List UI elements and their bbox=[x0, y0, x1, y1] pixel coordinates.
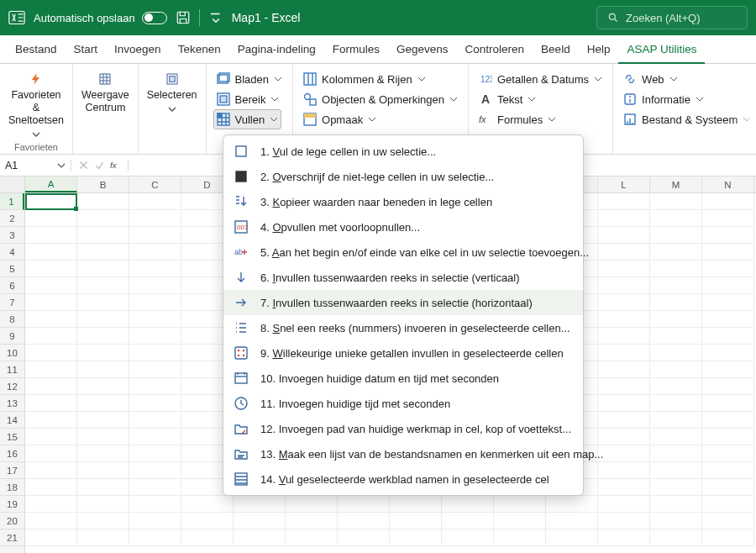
cell[interactable] bbox=[598, 378, 650, 395]
cell[interactable] bbox=[702, 529, 754, 546]
cell[interactable] bbox=[25, 378, 77, 395]
cell[interactable] bbox=[25, 445, 77, 462]
cell[interactable] bbox=[234, 496, 286, 513]
tab-pagina-indeling[interactable]: Pagina-indeling bbox=[229, 36, 324, 62]
tab-beeld[interactable]: Beeld bbox=[533, 36, 579, 62]
row-header[interactable]: 13 bbox=[0, 395, 24, 412]
cell[interactable] bbox=[129, 193, 181, 210]
cell[interactable] bbox=[286, 529, 338, 546]
column-header[interactable]: L bbox=[598, 176, 650, 192]
menu-item[interactable]: 2. Overschrijf de niet-lege cellen in uw… bbox=[223, 164, 583, 189]
cell[interactable] bbox=[598, 445, 650, 462]
cell[interactable] bbox=[494, 496, 546, 513]
cell[interactable] bbox=[129, 311, 181, 328]
menu-item[interactable]: 0074. Opvullen met voorloopnullen... bbox=[223, 214, 583, 240]
cell[interactable] bbox=[598, 193, 650, 210]
cell[interactable] bbox=[702, 193, 754, 210]
cell[interactable] bbox=[25, 429, 77, 445]
cell[interactable] bbox=[702, 361, 754, 378]
row-header[interactable]: 15 bbox=[0, 429, 24, 445]
cell[interactable] bbox=[77, 445, 129, 462]
cell[interactable] bbox=[25, 244, 77, 261]
autosave-toggle[interactable]: Automatisch opslaan bbox=[34, 12, 167, 24]
cell[interactable] bbox=[598, 345, 650, 361]
cell[interactable] bbox=[25, 395, 77, 412]
cell[interactable] bbox=[598, 529, 650, 546]
quick-access-dropdown-icon[interactable] bbox=[208, 10, 223, 25]
menu-item[interactable]: 6. Invullen tussenwaarden reeks in selec… bbox=[223, 265, 583, 290]
cell[interactable] bbox=[77, 395, 129, 412]
cell[interactable] bbox=[598, 395, 650, 412]
cell[interactable] bbox=[650, 311, 702, 328]
cell[interactable] bbox=[77, 210, 129, 227]
cell[interactable] bbox=[702, 445, 754, 462]
cell[interactable] bbox=[650, 529, 702, 546]
cell[interactable] bbox=[25, 277, 77, 294]
row-header[interactable]: 18 bbox=[0, 479, 24, 496]
cell[interactable] bbox=[129, 294, 181, 311]
cell[interactable] bbox=[25, 328, 77, 345]
cell[interactable] bbox=[494, 529, 546, 546]
tab-start[interactable]: Start bbox=[66, 36, 107, 62]
cell[interactable] bbox=[702, 345, 754, 361]
menu-item[interactable]: 3. Kopieer waarden naar beneden in lege … bbox=[223, 189, 583, 214]
cell[interactable] bbox=[181, 529, 234, 546]
column-header[interactable]: C bbox=[129, 176, 181, 192]
row-header[interactable]: 20 bbox=[0, 513, 24, 529]
cell[interactable] bbox=[702, 496, 754, 513]
cell[interactable] bbox=[77, 227, 129, 244]
cell[interactable] bbox=[129, 479, 181, 496]
cell[interactable] bbox=[702, 412, 754, 429]
cell[interactable] bbox=[77, 294, 129, 311]
cell[interactable] bbox=[494, 513, 546, 529]
cell[interactable] bbox=[77, 193, 129, 210]
cell[interactable] bbox=[650, 277, 702, 294]
cell[interactable] bbox=[77, 462, 129, 479]
cell[interactable] bbox=[25, 529, 77, 546]
tab-help[interactable]: Help bbox=[579, 36, 619, 62]
cell[interactable] bbox=[77, 378, 129, 395]
tekst-button[interactable]: A Tekst bbox=[475, 89, 539, 109]
menu-item[interactable]: 9. Willekeurige unieke getallen invullen… bbox=[223, 340, 583, 366]
cell[interactable] bbox=[650, 412, 702, 429]
cell[interactable] bbox=[129, 328, 181, 345]
cell[interactable] bbox=[702, 277, 754, 294]
getallen-datums-button[interactable]: 123 Getallen & Datums bbox=[475, 69, 606, 89]
cell[interactable] bbox=[129, 462, 181, 479]
cell[interactable] bbox=[598, 496, 650, 513]
cell[interactable] bbox=[77, 429, 129, 445]
cell[interactable] bbox=[77, 328, 129, 345]
name-box[interactable]: A1 bbox=[0, 160, 71, 171]
objecten-opmerkingen-button[interactable]: Objecten & Opmerkingen bbox=[300, 89, 461, 109]
cell[interactable] bbox=[77, 479, 129, 496]
cell[interactable] bbox=[702, 244, 754, 261]
cell[interactable] bbox=[77, 345, 129, 361]
cell[interactable] bbox=[442, 529, 494, 546]
row-header[interactable]: 7 bbox=[0, 294, 24, 311]
cell[interactable] bbox=[77, 412, 129, 429]
cell[interactable] bbox=[598, 244, 650, 261]
row-header[interactable]: 4 bbox=[0, 244, 24, 261]
selecteren-button[interactable]: Selecteren bbox=[147, 69, 197, 113]
menu-item[interactable]: 8. Snel een reeks (nummers) invoeren in … bbox=[223, 315, 583, 340]
cell[interactable] bbox=[234, 513, 286, 529]
row-header[interactable]: 6 bbox=[0, 277, 24, 294]
cell[interactable] bbox=[650, 429, 702, 445]
cell[interactable] bbox=[650, 513, 702, 529]
cell[interactable] bbox=[546, 529, 598, 546]
cell[interactable] bbox=[77, 513, 129, 529]
tab-controleren[interactable]: Controleren bbox=[457, 36, 533, 62]
cell[interactable] bbox=[442, 513, 494, 529]
cell[interactable] bbox=[598, 277, 650, 294]
cell[interactable] bbox=[650, 462, 702, 479]
cell[interactable] bbox=[702, 429, 754, 445]
opmaak-button[interactable]: Opmaak bbox=[300, 109, 380, 129]
cell[interactable] bbox=[598, 227, 650, 244]
cell[interactable] bbox=[77, 277, 129, 294]
formules-button[interactable]: fx Formules bbox=[475, 109, 559, 129]
tab-asap-utilities[interactable]: ASAP Utilities bbox=[618, 36, 705, 64]
column-header[interactable]: M bbox=[650, 176, 702, 192]
bladen-button[interactable]: Bladen bbox=[213, 69, 286, 89]
cell[interactable] bbox=[702, 261, 754, 277]
cell[interactable] bbox=[129, 496, 181, 513]
